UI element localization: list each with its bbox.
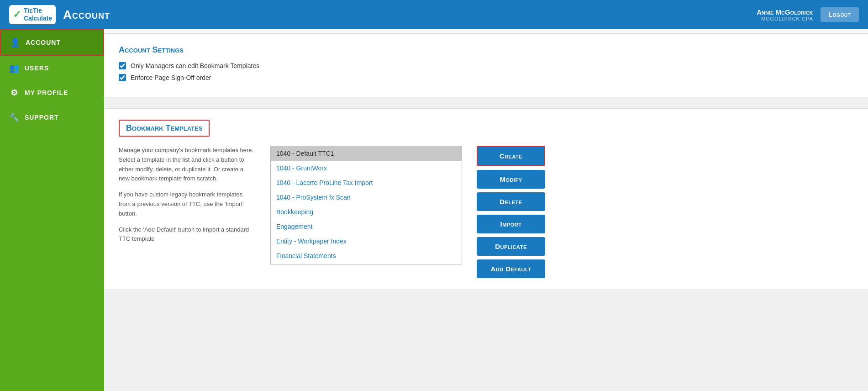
delete-button[interactable]: Delete	[477, 192, 545, 211]
add_default-button[interactable]: Add Default	[477, 259, 545, 278]
checkbox-managers-only: Only Managers can edit Bookmark Template…	[119, 62, 853, 69]
duplicate-button[interactable]: Duplicate	[477, 237, 545, 256]
logo-icon: ✓	[13, 9, 21, 21]
user-info: Annie McGoldrick McGoldrick CPA	[757, 8, 813, 21]
template-list-item[interactable]: 1040 - Default TTC1	[271, 146, 462, 161]
template-list-item[interactable]: Entity - Workpaper Index	[271, 234, 462, 248]
top-bar	[104, 29, 868, 34]
content-area: Account Settings Only Managers can edit …	[104, 29, 868, 391]
gear-icon: ⚙	[9, 88, 19, 98]
template-list-item[interactable]: 1040 - Lacerte ProLine Tax Import	[271, 175, 462, 190]
user-company: McGoldrick CPA	[757, 16, 813, 21]
enforce-signoff-label: Enforce Page Sign-Off order	[131, 74, 211, 81]
enforce-signoff-checkbox[interactable]	[119, 74, 126, 81]
modify-button[interactable]: Modify	[477, 170, 545, 189]
managers-only-checkbox[interactable]	[119, 62, 126, 69]
sidebar-label-users: Users	[25, 64, 49, 72]
app-header: ✓ TicTie Calculate Account Annie McGoldr…	[0, 0, 868, 29]
template-list-item[interactable]: Engagement	[271, 219, 462, 234]
checkbox-enforce-signoff: Enforce Page Sign-Off order	[119, 74, 853, 81]
account-settings-section: Account Settings Only Managers can edit …	[104, 34, 868, 97]
sidebar: 👤 Account 👥 Users ⚙ My Profile 🔧 Support	[0, 29, 104, 391]
desc-para-3: Click the 'Add Default' button to import…	[119, 225, 256, 244]
create-button[interactable]: Create	[477, 146, 545, 166]
sidebar-item-account[interactable]: 👤 Account	[0, 29, 104, 56]
sidebar-item-myprofile[interactable]: ⚙ My Profile	[0, 80, 104, 105]
header-right: Annie McGoldrick McGoldrick CPA Logout	[757, 7, 859, 22]
main-layout: 👤 Account 👥 Users ⚙ My Profile 🔧 Support…	[0, 29, 868, 391]
users-icon: 👥	[9, 63, 19, 73]
action-buttons: CreateModifyDeleteImportDuplicateAdd Def…	[477, 146, 545, 278]
bookmark-templates-title: Bookmark Templates	[126, 123, 202, 132]
managers-only-label: Only Managers can edit Bookmark Template…	[131, 62, 259, 69]
header-left: ✓ TicTie Calculate Account	[9, 5, 110, 24]
template-list-container: 1040 - Default TTC11040 - GruntWorx1040 …	[270, 146, 462, 264]
spacer	[104, 101, 868, 108]
logo-text: TicTie Calculate	[24, 7, 52, 22]
desc-para-1: Manage your company's bookmark templates…	[119, 146, 256, 184]
sidebar-label-account: Account	[26, 39, 61, 46]
sidebar-label-support: Support	[25, 114, 59, 121]
template-list-item[interactable]: Financial Statements	[271, 248, 462, 263]
import-button[interactable]: Import	[477, 215, 545, 233]
bookmark-templates-section: Bookmark Templates Manage your company's…	[104, 108, 868, 289]
template-list-item[interactable]: Bookkeeping	[271, 205, 462, 219]
desc-para-2: If you have custom legacy bookmark templ…	[119, 190, 256, 218]
user-name: Annie McGoldrick	[757, 8, 813, 16]
bookmark-description: Manage your company's bookmark templates…	[119, 146, 256, 250]
account-settings-title: Account Settings	[119, 45, 853, 55]
template-list-item[interactable]: 1040 - ProSystem fx Scan	[271, 190, 462, 205]
wrench-icon: 🔧	[9, 112, 19, 122]
logo: ✓ TicTie Calculate	[9, 5, 56, 24]
template-list-item[interactable]: 1040 - GruntWorx	[271, 161, 462, 175]
sidebar-label-myprofile: My Profile	[25, 89, 68, 96]
page-title: Account	[63, 8, 110, 22]
account-icon: 👤	[10, 37, 20, 48]
bookmark-templates-title-box: Bookmark Templates	[119, 120, 210, 137]
sidebar-item-support[interactable]: 🔧 Support	[0, 105, 104, 130]
logout-button[interactable]: Logout	[821, 7, 859, 22]
template-list: 1040 - Default TTC11040 - GruntWorx1040 …	[271, 146, 462, 263]
sidebar-item-users[interactable]: 👥 Users	[0, 56, 104, 80]
bookmark-content: Manage your company's bookmark templates…	[119, 146, 853, 278]
